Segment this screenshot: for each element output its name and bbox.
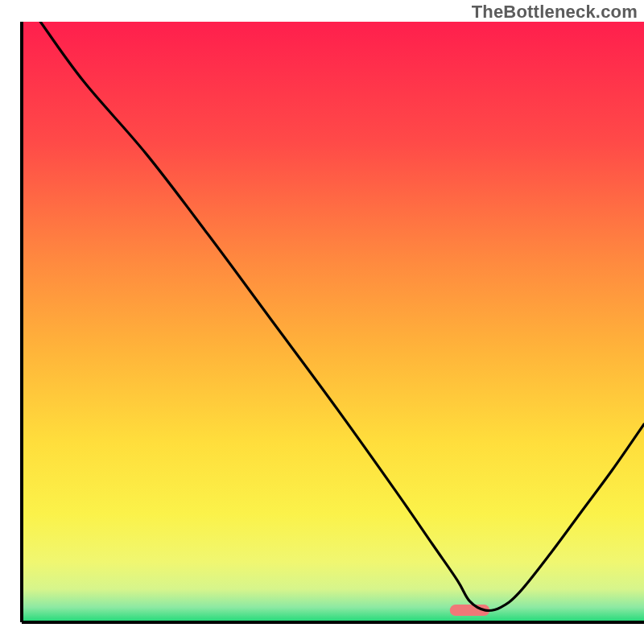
watermark: TheBottleneck.com bbox=[472, 2, 638, 23]
gradient-background bbox=[22, 22, 644, 622]
chart-svg bbox=[0, 0, 644, 644]
bottleneck-chart: TheBottleneck.com bbox=[0, 0, 644, 644]
